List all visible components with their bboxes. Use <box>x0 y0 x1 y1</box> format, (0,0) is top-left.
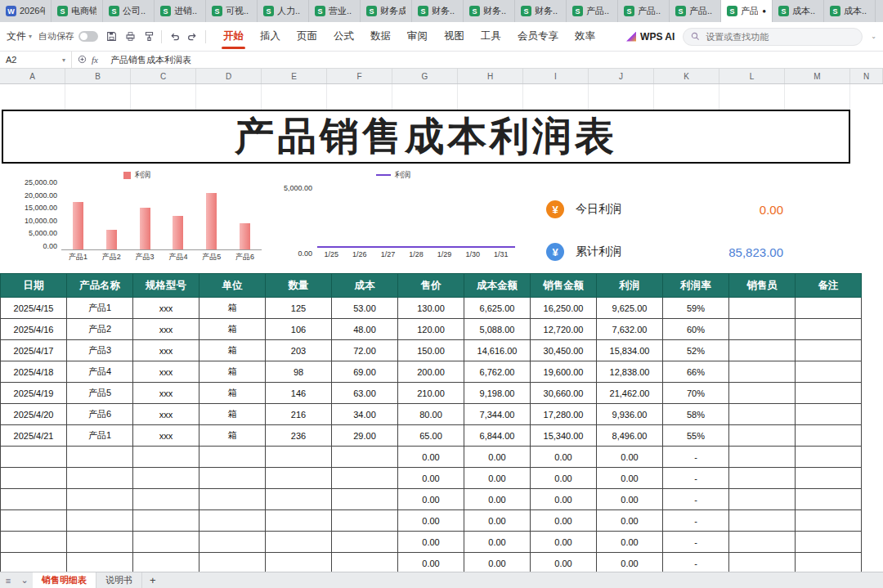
table-cell[interactable]: 0.00 <box>597 553 663 574</box>
table-cell[interactable]: 0.00 <box>464 553 531 574</box>
table-cell[interactable] <box>266 532 332 553</box>
table-cell[interactable] <box>729 361 796 383</box>
table-cell[interactable]: 16,250.00 <box>531 298 597 319</box>
table-cell[interactable] <box>729 447 796 468</box>
table-cell[interactable] <box>133 553 199 574</box>
table-cell[interactable] <box>1 532 67 553</box>
profit-bar-chart[interactable]: 利润 25,000.0020,000.0015,000.0010,000.005… <box>12 170 262 263</box>
table-cell[interactable]: 0.00 <box>464 447 531 468</box>
sheet-list-icon[interactable]: ≡ <box>0 576 16 586</box>
table-cell[interactable]: 产品5 <box>67 383 133 404</box>
table-cell[interactable]: 0.00 <box>531 532 597 553</box>
ribbon-tab[interactable]: 公式 <box>326 24 361 49</box>
table-cell[interactable]: 0.00 <box>464 468 531 489</box>
column-header[interactable]: B <box>65 69 131 83</box>
table-cell[interactable]: 150.00 <box>398 340 464 361</box>
table-cell[interactable] <box>729 532 796 553</box>
table-cell[interactable]: 216 <box>266 404 332 425</box>
table-cell[interactable] <box>729 340 796 361</box>
table-cell[interactable]: xxx <box>133 298 199 319</box>
table-cell[interactable] <box>729 553 796 574</box>
table-cell[interactable]: xxx <box>133 383 199 404</box>
ribbon-tab[interactable]: 视图 <box>437 24 472 49</box>
table-cell[interactable]: 19,600.00 <box>531 361 597 383</box>
table-cell[interactable] <box>133 489 199 510</box>
table-cell[interactable] <box>796 447 862 468</box>
name-box[interactable]: A2 ▾ <box>0 52 72 68</box>
file-tab[interactable]: S产品● <box>721 0 773 22</box>
smart-lookup-icon[interactable] <box>78 55 87 65</box>
table-cell[interactable] <box>729 319 796 340</box>
table-cell[interactable] <box>332 468 398 489</box>
table-cell[interactable] <box>133 532 199 553</box>
table-cell[interactable]: 53.00 <box>332 298 398 319</box>
table-cell[interactable]: 2025/4/21 <box>1 425 67 447</box>
file-menu[interactable]: 文件 ▾ <box>7 29 32 43</box>
table-cell[interactable]: 0.00 <box>597 468 663 489</box>
table-cell[interactable] <box>729 383 796 404</box>
table-cell[interactable]: 0.00 <box>398 532 464 553</box>
table-cell[interactable]: 0.00 <box>597 532 663 553</box>
table-cell[interactable] <box>1 510 67 532</box>
table-cell[interactable]: - <box>663 489 729 510</box>
sheet-tab[interactable]: 销售明细表 <box>33 572 96 588</box>
file-tab[interactable]: S成本.. <box>773 0 824 22</box>
table-cell[interactable]: 6,844.00 <box>464 425 531 447</box>
table-cell[interactable] <box>1 468 67 489</box>
insert-function-icon[interactable]: fx <box>92 55 98 65</box>
table-cell[interactable] <box>67 489 133 510</box>
table-cell[interactable] <box>332 532 398 553</box>
table-cell[interactable]: - <box>663 553 729 574</box>
table-cell[interactable] <box>796 510 862 532</box>
table-cell[interactable]: 0.00 <box>398 489 464 510</box>
column-header[interactable]: C <box>131 69 196 83</box>
collapse-ribbon-icon[interactable]: ⌄ <box>871 33 876 40</box>
table-cell[interactable]: 0.00 <box>531 447 597 468</box>
table-cell[interactable]: 65.00 <box>398 425 464 447</box>
table-cell[interactable] <box>199 553 266 574</box>
table-cell[interactable] <box>796 532 862 553</box>
table-cell[interactable]: 产品1 <box>67 425 133 447</box>
table-cell[interactable]: 69.00 <box>332 361 398 383</box>
table-cell[interactable] <box>133 510 199 532</box>
table-cell[interactable]: 9,625.00 <box>597 298 663 319</box>
table-cell[interactable]: 236 <box>266 425 332 447</box>
table-cell[interactable]: 63.00 <box>332 383 398 404</box>
redo-icon[interactable] <box>186 30 199 43</box>
table-header-cell[interactable]: 销售金额 <box>531 274 597 298</box>
table-cell[interactable]: 2025/4/17 <box>1 340 67 361</box>
table-cell[interactable]: 箱 <box>199 340 266 361</box>
table-cell[interactable]: 2025/4/19 <box>1 383 67 404</box>
table-cell[interactable]: 200.00 <box>398 361 464 383</box>
autosave-toggle[interactable] <box>78 31 98 42</box>
table-cell[interactable] <box>332 489 398 510</box>
table-cell[interactable] <box>1 447 67 468</box>
formula-content[interactable]: 产品销售成本利润表 <box>104 54 191 66</box>
table-header-cell[interactable]: 日期 <box>1 274 67 298</box>
table-cell[interactable] <box>796 361 862 383</box>
table-cell[interactable]: 箱 <box>199 298 266 319</box>
print-icon[interactable] <box>123 30 137 43</box>
file-tab[interactable]: S可视.. <box>206 0 258 22</box>
table-cell[interactable]: 80.00 <box>398 404 464 425</box>
table-cell[interactable] <box>332 553 398 574</box>
table-cell[interactable]: 箱 <box>199 319 266 340</box>
table-cell[interactable] <box>796 319 862 340</box>
table-cell[interactable] <box>796 298 862 319</box>
ribbon-tab[interactable]: 数据 <box>363 24 398 49</box>
table-cell[interactable]: 9,198.00 <box>464 383 531 404</box>
table-cell[interactable] <box>266 447 332 468</box>
table-cell[interactable]: xxx <box>133 425 199 447</box>
table-cell[interactable]: 产品6 <box>67 404 133 425</box>
table-cell[interactable]: 0.00 <box>531 553 597 574</box>
column-header[interactable]: L <box>719 69 785 83</box>
table-header-cell[interactable]: 单位 <box>199 274 266 298</box>
table-cell[interactable]: 0.00 <box>531 468 597 489</box>
table-cell[interactable] <box>266 468 332 489</box>
table-cell[interactable]: 60% <box>663 319 729 340</box>
table-cell[interactable]: xxx <box>133 361 199 383</box>
kpi-today-value[interactable]: 0.00 <box>701 203 783 217</box>
table-cell[interactable] <box>729 489 796 510</box>
table-cell[interactable]: 29.00 <box>332 425 398 447</box>
table-header-cell[interactable]: 销售员 <box>729 274 796 298</box>
